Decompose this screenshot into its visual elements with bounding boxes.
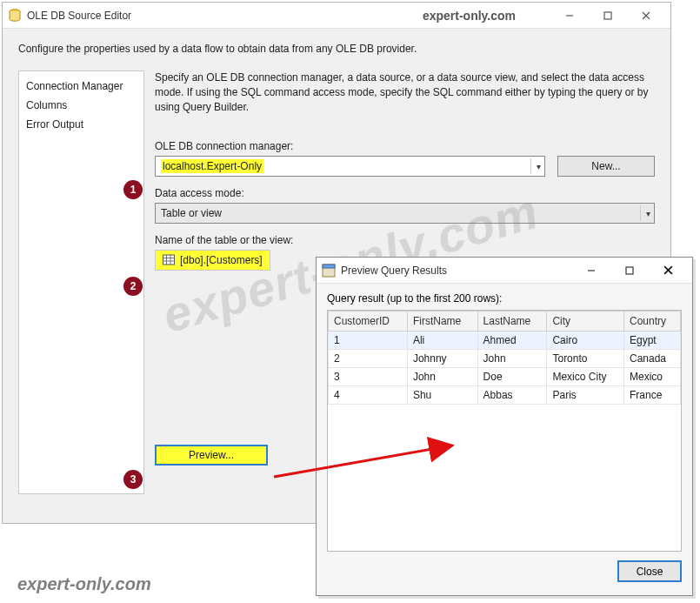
mode-label: Data access mode:: [155, 187, 655, 199]
conn-label: OLE DB connection manager:: [155, 140, 655, 152]
table-icon: [163, 254, 175, 266]
column-header[interactable]: LastName: [477, 312, 547, 332]
conn-value: localhost.Expert-Only: [161, 159, 263, 173]
table-value: [dbo].[Customers]: [180, 254, 263, 266]
column-header[interactable]: City: [547, 312, 624, 332]
preview-maximize-button[interactable]: [610, 258, 649, 283]
database-icon: [8, 9, 22, 23]
close-button[interactable]: Close: [617, 560, 682, 582]
mode-value: Table or view: [161, 207, 222, 219]
result-label: Query result (up to the first 200 rows):: [327, 292, 682, 305]
preview-titlebar: Preview Query Results: [317, 258, 692, 284]
preview-close-button[interactable]: [649, 258, 687, 283]
minimize-button[interactable]: [550, 3, 589, 28]
table-row[interactable]: 4ShuAbbasParisFrance: [329, 386, 681, 405]
table-combobox[interactable]: [dbo].[Customers]: [155, 250, 270, 271]
intro-text: Configure the properties used by a data …: [18, 43, 655, 55]
nav-error-output[interactable]: Error Output: [26, 115, 137, 134]
titlebar: OLE DB Source Editor expert-only.com: [3, 3, 670, 29]
badge-2: 2: [123, 277, 143, 296]
column-header[interactable]: FirstName: [407, 312, 477, 332]
svg-rect-2: [163, 255, 175, 265]
table-label: Name of the table or the view:: [155, 234, 655, 246]
badge-1: 1: [123, 180, 143, 199]
new-button[interactable]: New...: [557, 156, 655, 177]
preview-window: Preview Query Results Query result (up t…: [316, 257, 693, 596]
nav-connection-manager[interactable]: Connection Manager: [26, 77, 137, 96]
results-grid[interactable]: CustomerIDFirstNameLastNameCityCountry 1…: [327, 310, 682, 552]
table-row[interactable]: 2JohnnyJohnTorontoCanada: [329, 350, 681, 368]
column-header[interactable]: Country: [623, 312, 680, 332]
table-row[interactable]: 3JohnDoeMexico CityMexico: [329, 368, 681, 386]
brand-text: expert-only.com: [423, 9, 516, 23]
chevron-down-icon: ▾: [640, 205, 650, 221]
close-button[interactable]: [627, 3, 665, 28]
svg-rect-4: [323, 265, 335, 268]
footer-mark: expert-only.com: [17, 574, 151, 594]
window-title: OLE DB Source Editor: [27, 10, 131, 22]
mode-combobox[interactable]: Table or view ▾: [155, 203, 655, 224]
badge-3: 3: [123, 470, 143, 489]
maximize-button[interactable]: [589, 3, 627, 28]
preview-title: Preview Query Results: [341, 265, 447, 277]
conn-combobox[interactable]: localhost.Expert-Only ▾: [155, 156, 545, 177]
chevron-down-icon: ▾: [530, 158, 541, 174]
help-text: Specify an OLE DB connection manager, a …: [155, 70, 655, 114]
svg-rect-1: [604, 12, 611, 19]
nav-columns[interactable]: Columns: [26, 96, 137, 115]
preview-button[interactable]: Preview...: [155, 445, 268, 466]
form-icon: [322, 264, 336, 278]
table-row[interactable]: 1AliAhmedCairoEgypt: [329, 332, 681, 350]
svg-rect-5: [626, 267, 633, 274]
results-table: CustomerIDFirstNameLastNameCityCountry 1…: [328, 311, 681, 405]
preview-minimize-button[interactable]: [572, 258, 610, 283]
column-header[interactable]: CustomerID: [329, 312, 408, 332]
